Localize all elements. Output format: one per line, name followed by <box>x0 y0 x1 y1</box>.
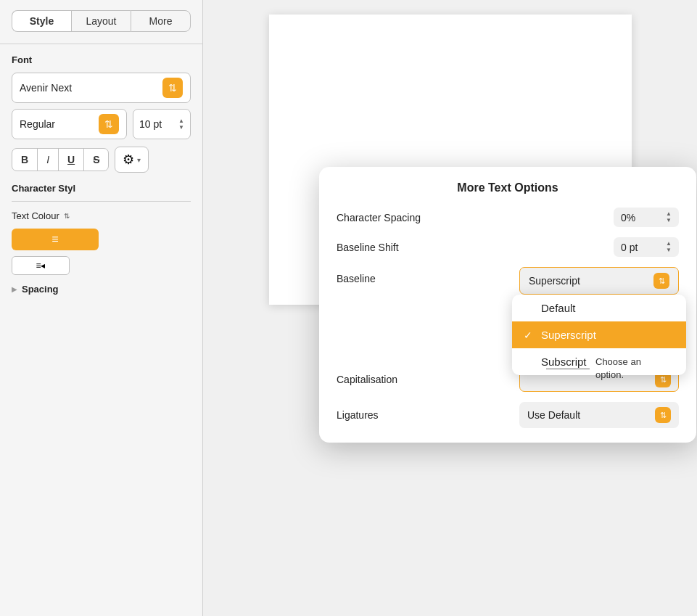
gear-icon: ⚙ <box>123 152 134 168</box>
baseline-shift-value-box[interactable]: 0 pt ▲ ▼ <box>614 237 679 257</box>
divider-1 <box>0 44 202 44</box>
font-style-picker[interactable]: Regular ⇅ <box>12 109 127 139</box>
chevron-right-icon: ▶ <box>12 285 17 293</box>
ligatures-picker[interactable]: Use Default ⇅ <box>519 402 679 428</box>
gear-button[interactable]: ⚙ ▾ <box>115 147 149 173</box>
dropdown-item-superscript-label: Superscript <box>541 329 596 341</box>
active-colour-bar[interactable]: ≡ <box>12 229 99 250</box>
align-right-icon: ≡◂ <box>36 260 45 271</box>
font-section-label: Font <box>12 54 191 65</box>
baseline-shift-stepper[interactable]: ▲ ▼ <box>666 241 672 253</box>
font-size-down[interactable]: ▼ <box>178 125 184 131</box>
font-size-stepper[interactable]: ▲ ▼ <box>178 118 184 131</box>
char-spacing-value-box[interactable]: 0% ▲ ▼ <box>614 208 679 227</box>
baseline-shift-down[interactable]: ▼ <box>666 247 672 253</box>
dropdown-item-default-label: Default <box>541 302 576 314</box>
font-name-picker[interactable]: Avenir Next ⇅ <box>12 73 191 103</box>
sidebar: Style Layout More Font Avenir Next ⇅ Reg… <box>0 0 203 616</box>
font-section: Font Avenir Next ⇅ Regular ⇅ 10 pt ▲ ▼ B <box>0 54 202 295</box>
char-spacing-stepper[interactable]: ▲ ▼ <box>666 211 672 223</box>
text-colour-label: Text Colour <box>12 210 59 221</box>
text-colour-stepper[interactable]: ⇅ <box>64 212 70 220</box>
baseline-stepper[interactable]: ⇅ <box>653 273 669 289</box>
tab-style[interactable]: Style <box>12 10 71 32</box>
font-name-stepper[interactable]: ⇅ <box>162 78 183 98</box>
align-row: ≡◂ <box>12 256 191 275</box>
divider-2 <box>12 201 191 202</box>
font-size-picker[interactable]: 10 pt ▲ ▼ <box>133 109 191 139</box>
baseline-shift-row: Baseline Shift 0 pt ▲ ▼ <box>337 237 679 257</box>
check-superscript: ✓ <box>524 329 535 341</box>
char-spacing-label: Character Spacing <box>337 212 421 223</box>
format-row: B I U S ⚙ ▾ <box>12 147 191 173</box>
baseline-dropdown[interactable]: Superscript ⇅ Default ✓ Superscript <box>519 267 679 295</box>
strikethrough-button[interactable]: S <box>84 149 108 171</box>
font-style-stepper[interactable]: ⇅ <box>99 114 119 134</box>
callout-text: Choose an option. <box>595 356 668 382</box>
baseline-shift-label: Baseline Shift <box>337 242 399 253</box>
dropdown-item-default[interactable]: Default <box>512 295 686 321</box>
text-colour-row: Text Colour ⇅ <box>12 210 191 221</box>
align-right-button[interactable]: ≡◂ <box>12 256 70 275</box>
ligatures-label: Ligatures <box>337 409 379 421</box>
main-content: More Text Options Character Spacing 0% ▲… <box>203 0 697 616</box>
callout-line <box>546 369 590 369</box>
bold-button[interactable]: B <box>12 149 38 171</box>
spacing-label: Spacing <box>22 284 59 295</box>
font-size-value: 10 pt <box>139 118 176 130</box>
font-name-value: Avenir Next <box>20 82 72 94</box>
baseline-dropdown-btn[interactable]: Superscript ⇅ <box>519 267 679 295</box>
char-style-label: Character Styl <box>12 183 191 194</box>
char-spacing-value: 0% <box>621 212 635 223</box>
char-spacing-up[interactable]: ▲ <box>666 211 672 217</box>
baseline-shift-value: 0 pt <box>621 242 638 253</box>
baseline-row: Baseline Superscript ⇅ Default ✓ Supersc… <box>337 267 679 295</box>
ligatures-row: Ligatures Use Default ⇅ <box>337 402 679 428</box>
more-text-options-popup: More Text Options Character Spacing 0% ▲… <box>319 167 696 443</box>
format-group: B I U S <box>12 148 109 171</box>
dropdown-item-superscript[interactable]: ✓ Superscript <box>512 321 686 348</box>
font-style-value: Regular <box>20 118 55 130</box>
tab-more[interactable]: More <box>131 10 191 32</box>
tab-layout[interactable]: Layout <box>71 10 131 32</box>
italic-button[interactable]: I <box>38 149 59 171</box>
align-center-icon: ≡ <box>51 233 58 246</box>
char-spacing-down[interactable]: ▼ <box>666 218 672 223</box>
callout: Choose an option. <box>546 356 668 382</box>
font-style-row: Regular ⇅ 10 pt ▲ ▼ <box>12 109 191 139</box>
baseline-shift-up[interactable]: ▲ <box>666 241 672 247</box>
baseline-selected-value: Superscript <box>529 275 580 287</box>
font-size-up[interactable]: ▲ <box>178 118 184 124</box>
tab-bar: Style Layout More <box>0 0 202 41</box>
underline-button[interactable]: U <box>59 149 84 171</box>
spacing-row[interactable]: ▶ Spacing <box>12 284 191 295</box>
ligatures-stepper[interactable]: ⇅ <box>655 407 671 423</box>
ligatures-value: Use Default <box>527 409 580 421</box>
baseline-label: Baseline <box>337 267 376 284</box>
char-spacing-row: Character Spacing 0% ▲ ▼ <box>337 208 679 227</box>
chevron-down-icon: ▾ <box>137 156 141 164</box>
popup-title: More Text Options <box>337 181 679 194</box>
capitalisation-label: Capitalisation <box>337 374 397 385</box>
